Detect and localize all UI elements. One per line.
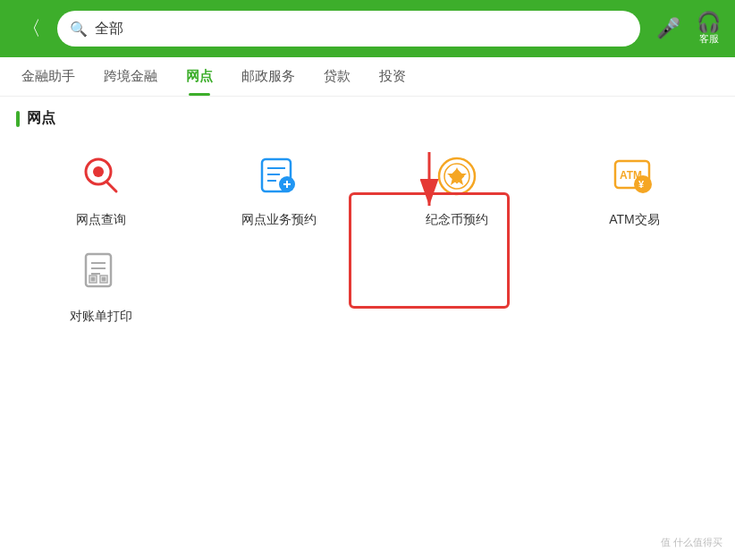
svg-rect-23 <box>90 277 95 282</box>
tab-dk[interactable]: 贷款 <box>309 57 365 96</box>
svg-rect-24 <box>101 277 106 282</box>
search-text: 全部 <box>95 20 123 38</box>
customer-service-button[interactable]: 🎧 客服 <box>697 13 721 46</box>
grid: 网点查询 网点业务预约 纪念币预 <box>0 140 735 343</box>
watermark: 值 什么值得买 <box>661 536 722 549</box>
outlet-query-label: 网点查询 <box>76 212 126 228</box>
section-title: 网点 <box>0 97 735 140</box>
statement-print-icon <box>74 246 128 300</box>
outlet-booking-icon <box>252 149 306 203</box>
headset-icon: 🎧 <box>697 13 721 32</box>
svg-line-2 <box>107 182 116 191</box>
coin-booking-icon <box>430 149 484 203</box>
mic-button[interactable]: 🎤 <box>649 13 688 44</box>
section-title-text: 网点 <box>27 109 55 128</box>
tab-yzfw[interactable]: 邮政服务 <box>227 57 309 96</box>
nav-tabs: 金融助手 跨境金融 网点 邮政服务 贷款 投资 <box>0 57 735 97</box>
atm-trade-icon: ATM ¥ <box>608 149 662 203</box>
tab-kjjr[interactable]: 跨境金融 <box>89 57 172 96</box>
statement-print-label: 对账单打印 <box>70 309 132 325</box>
atm-trade-label: ATM交易 <box>609 212 660 228</box>
section-bar <box>16 111 20 127</box>
back-button[interactable]: 〈 <box>14 12 48 46</box>
tab-wd[interactable]: 网点 <box>172 57 227 96</box>
search-icon: 🔍 <box>70 21 88 38</box>
search-bar[interactable]: 🔍 全部 <box>57 11 640 47</box>
outlet-query-icon <box>74 149 128 203</box>
grid-item-coin-booking[interactable]: 纪念币预约 <box>372 149 541 228</box>
grid-item-outlet-booking[interactable]: 网点业务预约 <box>194 149 363 228</box>
header: 〈 🔍 全部 🎤 🎧 客服 <box>0 0 735 57</box>
outlet-booking-label: 网点业务预约 <box>241 212 317 228</box>
svg-point-1 <box>93 166 104 177</box>
cs-label: 客服 <box>699 32 719 46</box>
grid-item-statement-print[interactable]: 对账单打印 <box>16 246 185 325</box>
tab-jrz[interactable]: 金融助手 <box>7 57 89 96</box>
coin-booking-label: 纪念币预约 <box>426 212 488 228</box>
svg-text:¥: ¥ <box>638 179 645 190</box>
grid-item-outlet-query[interactable]: 网点查询 <box>16 149 185 228</box>
grid-item-atm-trade[interactable]: ATM ¥ ATM交易 <box>550 149 719 228</box>
tab-tz[interactable]: 投资 <box>365 57 420 96</box>
